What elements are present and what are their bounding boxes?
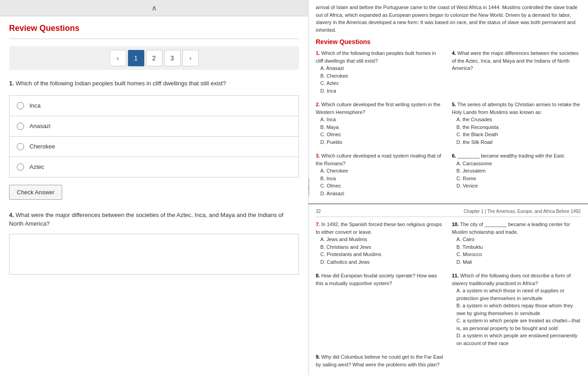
right-q6: 6. ________ became wealthy trading with … bbox=[452, 152, 581, 197]
question-1-number: 1. bbox=[9, 80, 14, 87]
right-q4-num: 4. bbox=[452, 50, 456, 56]
right-q2-text: Which culture developed the first writin… bbox=[316, 102, 441, 115]
review-title: Review Questions bbox=[9, 24, 299, 33]
questions-grid-top: 1. Which of the following Indian peoples… bbox=[316, 49, 581, 200]
open-answer-textarea[interactable] bbox=[9, 234, 299, 275]
right-q5: 5. The series of attempts by Christian a… bbox=[452, 101, 581, 146]
option-anasazi[interactable]: Anasazi bbox=[10, 116, 299, 137]
options-container: Inca Anasazi Cherokee Aztec bbox=[9, 95, 299, 178]
prev-page-button[interactable]: ‹ bbox=[110, 50, 126, 66]
right-q1: 1. Which of the following Indian peoples… bbox=[316, 49, 445, 94]
right-q11-num: 11. bbox=[452, 273, 459, 278]
right-panel: ◀ arrival of Islam and before the Portug… bbox=[309, 0, 588, 375]
check-answer-button[interactable]: Check Answer bbox=[9, 185, 62, 200]
right-q9: 9. Why did Columbus believe he could get… bbox=[316, 353, 445, 368]
radio-inca[interactable] bbox=[17, 102, 24, 109]
left-panel: ∧ Review Questions ‹ 1 2 3 › 1. Which of… bbox=[0, 0, 309, 375]
option-inca[interactable]: Inca bbox=[10, 96, 299, 116]
right-q4-text: What were the major differences between … bbox=[452, 50, 578, 71]
section-divider bbox=[9, 39, 299, 39]
radio-aztec[interactable] bbox=[17, 163, 24, 171]
right-q3-num: 3. bbox=[316, 153, 320, 158]
right-q3-text: Which culture developed a road system ri… bbox=[316, 153, 441, 166]
chapter-title: Chapter 1 | The Americas, Europe, and Af… bbox=[464, 208, 581, 215]
option-cherokee[interactable]: Cherokee bbox=[10, 137, 299, 157]
page-footer: 32 Chapter 1 | The Americas, Europe, and… bbox=[316, 208, 581, 217]
right-q6-text: ________ became wealthy trading with the… bbox=[457, 153, 565, 158]
right-q11-options: A. a system in which those in need of su… bbox=[452, 287, 581, 347]
collapse-handle[interactable]: ◀ bbox=[309, 178, 309, 197]
right-q10-options: A. CairoB. TimbuktuC. MoroccoD. Mali bbox=[452, 236, 581, 266]
right-q8-text: How did European feudal society operate?… bbox=[316, 273, 437, 286]
option-aztec[interactable]: Aztec bbox=[10, 157, 299, 177]
pagination: ‹ 1 2 3 › bbox=[9, 46, 299, 70]
right-top-section: arrival of Islam and before the Portugue… bbox=[309, 0, 588, 204]
right-q7: 7. In 1492, the Spanish forced these two… bbox=[316, 221, 445, 266]
right-q1-text: Which of the following Indian peoples bu… bbox=[316, 50, 436, 64]
right-q3: 3. Which culture developed a road system… bbox=[316, 152, 445, 197]
right-review-title: Review Questions bbox=[316, 37, 581, 47]
right-q8: 8. How did European feudal society opera… bbox=[316, 272, 445, 347]
right-q9-num: 9. bbox=[316, 354, 320, 360]
right-q7-options: A. Jews and MuslimsB. Christians and Jew… bbox=[316, 236, 445, 266]
right-q1-options: A. AnasaziB. CherokeeC. AztecD. Inca bbox=[316, 64, 445, 94]
right-q10: 10. The city of ________ became a leadin… bbox=[452, 221, 581, 266]
right-q7-num: 7. bbox=[316, 222, 320, 227]
left-content: Review Questions ‹ 1 2 3 › 1. Which of t… bbox=[0, 16, 308, 283]
right-q5-num: 5. bbox=[452, 102, 456, 107]
page-number: 32 bbox=[316, 208, 321, 215]
right-q6-num: 6. bbox=[452, 153, 456, 158]
right-q1-num: 1. bbox=[316, 50, 320, 56]
radio-cherokee[interactable] bbox=[17, 143, 24, 150]
question-4-number: 4. bbox=[9, 212, 14, 218]
right-q10-num: 10. bbox=[452, 222, 459, 227]
right-q10-text: The city of ________ became a leading ce… bbox=[452, 222, 570, 235]
right-q5-options: A. the CrusadesB. the ReconquistaC. the … bbox=[452, 116, 581, 146]
option-anasazi-label: Anasazi bbox=[29, 123, 50, 129]
bottom-questions-grid: 7. In 1492, the Spanish forced these two… bbox=[316, 221, 581, 375]
option-inca-label: Inca bbox=[29, 102, 41, 109]
question-1-text: 1. Which of the following Indian peoples… bbox=[9, 79, 299, 88]
right-q6-options: A. CarcassonneB. JerusalemC. RomeD. Veni… bbox=[452, 160, 581, 190]
option-aztec-label: Aztec bbox=[29, 163, 44, 170]
intro-paragraph: arrival of Islam and before the Portugue… bbox=[316, 4, 581, 34]
right-q3-options: A. CherokeeB. IncaC. OlmecD. Anasazi bbox=[316, 167, 445, 197]
right-q11: 11. Which of the following does not desc… bbox=[452, 272, 581, 347]
right-q2-options: A. IncaB. MayaC. OlmecD. Pueblo bbox=[316, 116, 445, 146]
page-3-button[interactable]: 3 bbox=[164, 50, 181, 66]
option-cherokee-label: Cherokee bbox=[29, 143, 55, 150]
page-2-button[interactable]: 2 bbox=[146, 50, 162, 66]
right-q2-num: 2. bbox=[316, 102, 320, 107]
right-q5-text: The series of attempts by Christian armi… bbox=[452, 102, 580, 115]
radio-anasazi[interactable] bbox=[17, 123, 24, 130]
page-1-button[interactable]: 1 bbox=[128, 50, 144, 66]
collapse-icon: ∧ bbox=[152, 4, 157, 12]
right-bottom-section: 32 Chapter 1 | The Americas, Europe, and… bbox=[309, 204, 588, 375]
next-page-button[interactable]: › bbox=[182, 50, 199, 66]
right-q4: 4. What were the major differences betwe… bbox=[452, 49, 581, 94]
right-q8-num: 8. bbox=[316, 273, 320, 278]
right-q9-text: Why did Columbus believe he could get to… bbox=[316, 354, 443, 367]
right-q7-text: In 1492, the Spanish forced these two re… bbox=[316, 222, 442, 235]
right-q2: 2. Which culture developed the first wri… bbox=[316, 101, 445, 146]
right-q11-text: Which of the following does not describe… bbox=[452, 273, 571, 286]
collapse-bar[interactable]: ∧ bbox=[0, 0, 308, 16]
question-4-text: 4. What were the major differences betwe… bbox=[9, 211, 299, 228]
